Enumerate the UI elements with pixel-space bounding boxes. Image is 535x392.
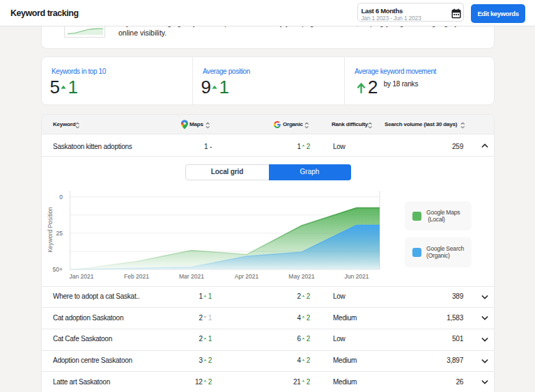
svg-text:Jan 2021: Jan 2021: [70, 273, 94, 280]
svg-text:Keyword Position: Keyword Position: [47, 207, 54, 253]
svg-text:May 2021: May 2021: [288, 273, 315, 280]
svg-text:Apr 2021: Apr 2021: [235, 273, 259, 280]
svg-text:0: 0: [59, 194, 63, 201]
svg-text:50+: 50+: [53, 266, 63, 273]
svg-text:Feb 2021: Feb 2021: [124, 273, 149, 280]
svg-text:25: 25: [56, 230, 63, 237]
svg-text:Mar 2021: Mar 2021: [179, 273, 204, 280]
svg-text:Jun 2021: Jun 2021: [345, 273, 369, 280]
